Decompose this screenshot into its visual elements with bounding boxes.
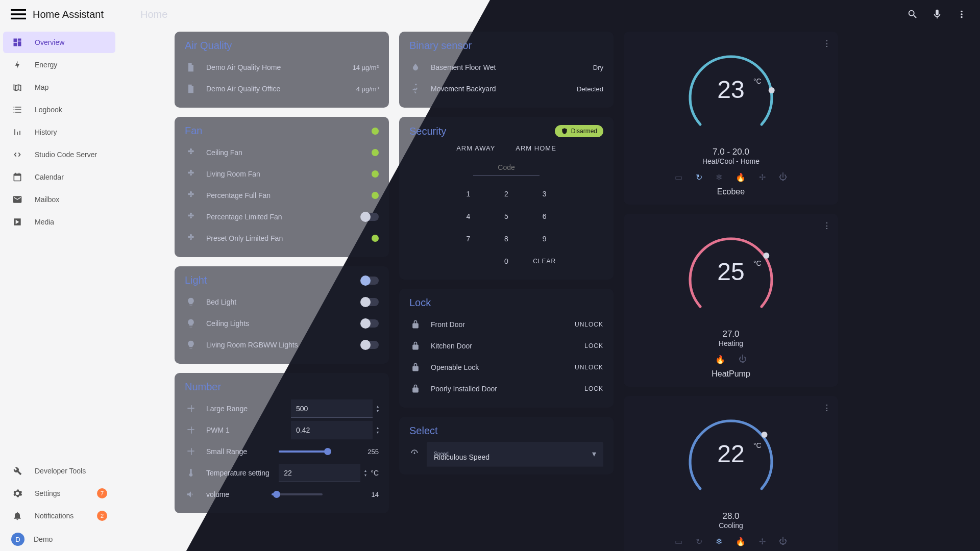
lock-action-button[interactable]: LOCK xyxy=(584,385,603,392)
light-row[interactable]: Living Room RGBWW Lights xyxy=(185,334,379,356)
air-quality-row[interactable]: Demo Air Quality Home14 µg/m³ xyxy=(185,57,379,78)
fan-row[interactable]: Percentage Full Fan xyxy=(185,185,379,206)
unit: °C xyxy=(371,469,379,477)
sidebar-item-notifications[interactable]: Notifications2 xyxy=(3,505,115,527)
keypad-3[interactable]: 3 xyxy=(526,184,562,204)
binary-sensor-row[interactable]: Movement BackyardDetected xyxy=(409,78,603,99)
map-icon xyxy=(11,82,23,92)
more-icon[interactable]: ⋮ xyxy=(823,39,831,48)
arm-home-button[interactable]: ARM HOME xyxy=(516,144,556,152)
number-input[interactable] xyxy=(279,464,360,482)
lock-action-button[interactable]: LOCK xyxy=(584,342,603,349)
more-icon[interactable]: ⋮ xyxy=(823,221,831,231)
keypad-0[interactable]: 0 xyxy=(488,251,525,271)
binary-sensor-row[interactable]: Basement Floor WetDry xyxy=(409,57,603,78)
number-input[interactable] xyxy=(291,421,373,439)
calendar-icon[interactable]: ▭ xyxy=(675,537,682,546)
toggle[interactable] xyxy=(361,213,379,221)
lock-action-button[interactable]: UNLOCK xyxy=(575,321,603,328)
overflow-icon[interactable] xyxy=(951,4,972,24)
sidebar-item-calendar[interactable]: Calendar xyxy=(3,166,115,188)
entity-name: Temperature setting xyxy=(206,469,270,477)
thermostat-mode: Heating xyxy=(677,339,785,347)
entity-name: Front Door xyxy=(431,320,465,329)
status-dot xyxy=(372,170,379,178)
card-title: Security xyxy=(409,126,446,137)
heat-icon[interactable]: 🔥 xyxy=(736,172,746,182)
fan-icon xyxy=(185,212,197,222)
sidebar-item-logbook[interactable]: Logbook xyxy=(3,99,115,120)
toggle[interactable] xyxy=(361,341,379,349)
search-icon[interactable] xyxy=(902,4,923,24)
stepper[interactable]: ▴▾ xyxy=(377,425,379,435)
badge: 7 xyxy=(97,488,107,498)
doc-icon xyxy=(185,62,197,72)
sidebar-item-map[interactable]: Map xyxy=(3,77,115,98)
slider[interactable] xyxy=(279,450,330,453)
cool-icon[interactable]: ❄ xyxy=(716,172,722,182)
power-icon[interactable]: ⏻ xyxy=(739,355,747,364)
menu-button[interactable] xyxy=(8,4,29,24)
fan-row[interactable]: Living Room Fan xyxy=(185,163,379,185)
cool-icon[interactable]: ❄ xyxy=(716,537,722,546)
svg-text:23: 23 xyxy=(717,76,744,103)
vol-icon xyxy=(185,489,197,499)
keypad-8[interactable]: 8 xyxy=(488,229,525,249)
lock-icon xyxy=(409,384,422,394)
light-row[interactable]: Bed Light xyxy=(185,291,379,313)
keypad-6[interactable]: 6 xyxy=(526,206,562,227)
sidebar-item-mailbox[interactable]: Mailbox xyxy=(3,189,115,210)
stepper[interactable]: ▴▾ xyxy=(364,468,366,478)
select-dropdown[interactable]: Speed Ridiculous Speed ▾ xyxy=(427,442,603,466)
sidebar-item-overview[interactable]: Overview xyxy=(3,32,115,53)
power-icon[interactable]: ⏻ xyxy=(779,172,787,182)
toggle[interactable] xyxy=(361,319,379,328)
keypad-4[interactable]: 4 xyxy=(450,206,486,227)
keypad-clear[interactable]: CLEAR xyxy=(526,251,562,271)
heat-icon[interactable]: 🔥 xyxy=(715,355,725,364)
keypad-9[interactable]: 9 xyxy=(526,229,562,249)
slider[interactable] xyxy=(272,493,323,495)
code-input[interactable] xyxy=(473,159,540,176)
stepper[interactable]: ▴▾ xyxy=(377,404,379,413)
fan-icon xyxy=(185,169,197,179)
bulb-icon xyxy=(185,297,197,307)
arm-away-button[interactable]: ARM AWAY xyxy=(456,144,495,152)
light-row[interactable]: Ceiling Lights xyxy=(185,313,379,334)
entity-name: Poorly Installed Door xyxy=(431,385,497,393)
keypad-7[interactable]: 7 xyxy=(450,229,486,249)
bell-icon xyxy=(11,511,23,521)
svg-text:°C: °C xyxy=(753,259,762,267)
sidebar-item-media[interactable]: Media xyxy=(3,211,115,233)
fan-icon[interactable]: ✢ xyxy=(759,172,766,182)
auto-icon[interactable]: ↻ xyxy=(696,537,702,546)
auto-icon[interactable]: ↻ xyxy=(696,172,702,182)
entity-value: 14 µg/m³ xyxy=(352,64,379,71)
calendar-icon[interactable]: ▭ xyxy=(675,172,682,182)
heat-icon[interactable]: 🔥 xyxy=(736,537,746,546)
thermostat-card: ⋮ 22 °C 28.0 Cooling ▭↻❄🔥✢⏻ Hvac xyxy=(624,396,838,551)
svg-text:°C: °C xyxy=(753,441,762,449)
fan-icon[interactable]: ✢ xyxy=(759,537,766,546)
wrench-icon xyxy=(11,466,23,476)
keypad-2[interactable]: 2 xyxy=(488,184,525,204)
sidebar-item-studio-code-server[interactable]: Studio Code Server xyxy=(3,144,115,165)
mic-icon[interactable] xyxy=(927,4,947,24)
fan-row[interactable]: Percentage Limited Fan xyxy=(185,206,379,228)
more-icon[interactable]: ⋮ xyxy=(823,403,831,413)
keypad-1[interactable]: 1 xyxy=(450,184,486,204)
air-quality-row[interactable]: Demo Air Quality Office4 µg/m³ xyxy=(185,78,379,99)
toggle[interactable] xyxy=(361,298,379,306)
number-input[interactable] xyxy=(291,399,373,418)
keypad-5[interactable]: 5 xyxy=(488,206,525,227)
toggle[interactable] xyxy=(361,277,379,285)
sidebar-item-settings[interactable]: Settings7 xyxy=(3,483,115,504)
fan-row[interactable]: Ceiling Fan xyxy=(185,142,379,163)
sidebar-item-developer-tools[interactable]: Developer Tools xyxy=(3,460,115,482)
sidebar-item-history[interactable]: History xyxy=(3,121,115,143)
fan-row[interactable]: Preset Only Limited Fan xyxy=(185,228,379,249)
lock-action-button[interactable]: UNLOCK xyxy=(575,364,603,371)
power-icon[interactable]: ⏻ xyxy=(779,537,787,546)
sidebar-item-energy[interactable]: Energy xyxy=(3,54,115,76)
sidebar-user[interactable]: D Demo xyxy=(3,529,115,550)
